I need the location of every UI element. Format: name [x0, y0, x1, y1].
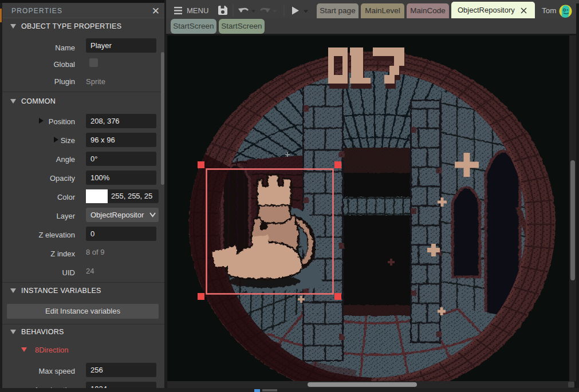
svg-text:MENU: MENU	[187, 6, 208, 15]
